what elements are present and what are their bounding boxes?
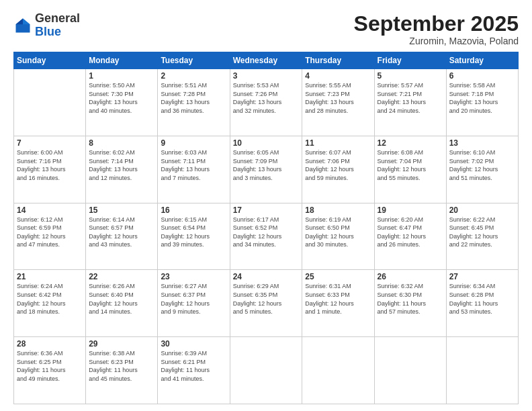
- calendar-cell: 22Sunrise: 6:26 AMSunset: 6:40 PMDayligh…: [86, 270, 158, 337]
- day-number: 21: [17, 272, 83, 281]
- calendar-cell: 6Sunrise: 5:58 AMSunset: 7:18 PMDaylight…: [446, 69, 518, 136]
- calendar-cell: 24Sunrise: 6:29 AMSunset: 6:35 PMDayligh…: [230, 270, 302, 337]
- calendar-week-2: 7Sunrise: 6:00 AMSunset: 7:16 PMDaylight…: [14, 136, 519, 203]
- subtitle: Zuromin, Mazovia, Poland: [354, 36, 519, 46]
- calendar-cell: 26Sunrise: 6:32 AMSunset: 6:30 PMDayligh…: [374, 270, 446, 337]
- month-title: September 2025: [354, 12, 519, 36]
- day-number: 9: [161, 138, 226, 148]
- day-info: Sunrise: 5:51 AMSunset: 7:28 PMDaylight:…: [161, 81, 226, 115]
- calendar-cell: 15Sunrise: 6:14 AMSunset: 6:57 PMDayligh…: [86, 203, 158, 270]
- calendar-week-4: 21Sunrise: 6:24 AMSunset: 6:42 PMDayligh…: [14, 270, 519, 337]
- day-info: Sunrise: 6:02 AMSunset: 7:14 PMDaylight:…: [89, 148, 154, 182]
- day-number: 27: [449, 272, 515, 281]
- calendar-cell: 10Sunrise: 6:05 AMSunset: 7:09 PMDayligh…: [230, 136, 302, 203]
- day-number: 28: [17, 339, 83, 349]
- calendar-cell: [302, 337, 374, 404]
- day-number: 20: [449, 205, 515, 215]
- calendar-cell: 28Sunrise: 6:36 AMSunset: 6:25 PMDayligh…: [14, 337, 86, 404]
- day-info: Sunrise: 6:34 AMSunset: 6:28 PMDaylight:…: [449, 282, 515, 316]
- calendar-body: 1Sunrise: 5:50 AMSunset: 7:30 PMDaylight…: [14, 69, 519, 404]
- day-info: Sunrise: 6:32 AMSunset: 6:30 PMDaylight:…: [378, 282, 443, 316]
- calendar-cell: [374, 337, 446, 404]
- day-info: Sunrise: 5:53 AMSunset: 7:26 PMDaylight:…: [233, 81, 300, 115]
- day-info: Sunrise: 6:12 AMSunset: 6:59 PMDaylight:…: [17, 216, 83, 249]
- calendar-cell: 8Sunrise: 6:02 AMSunset: 7:14 PMDaylight…: [86, 136, 158, 203]
- calendar-week-5: 28Sunrise: 6:36 AMSunset: 6:25 PMDayligh…: [14, 337, 519, 404]
- col-friday: Friday: [374, 52, 446, 69]
- day-info: Sunrise: 6:00 AMSunset: 7:16 PMDaylight:…: [17, 148, 83, 182]
- day-info: Sunrise: 6:08 AMSunset: 7:04 PMDaylight:…: [378, 148, 443, 182]
- day-info: Sunrise: 6:38 AMSunset: 6:23 PMDaylight:…: [89, 349, 154, 383]
- calendar-week-3: 14Sunrise: 6:12 AMSunset: 6:59 PMDayligh…: [14, 203, 519, 270]
- calendar-cell: 29Sunrise: 6:38 AMSunset: 6:23 PMDayligh…: [86, 337, 158, 404]
- col-tuesday: Tuesday: [158, 52, 230, 69]
- calendar-header: Sunday Monday Tuesday Wednesday Thursday…: [14, 52, 519, 69]
- day-number: 14: [17, 205, 83, 215]
- calendar-cell: 25Sunrise: 6:31 AMSunset: 6:33 PMDayligh…: [302, 270, 374, 337]
- calendar-cell: 18Sunrise: 6:19 AMSunset: 6:50 PMDayligh…: [302, 203, 374, 270]
- calendar-cell: 1Sunrise: 5:50 AMSunset: 7:30 PMDaylight…: [86, 69, 158, 136]
- day-number: 7: [17, 138, 83, 148]
- day-number: 15: [89, 205, 154, 215]
- calendar-cell: [446, 337, 518, 404]
- day-number: 17: [233, 205, 300, 215]
- calendar-cell: 21Sunrise: 6:24 AMSunset: 6:42 PMDayligh…: [14, 270, 86, 337]
- calendar-cell: 12Sunrise: 6:08 AMSunset: 7:04 PMDayligh…: [374, 136, 446, 203]
- calendar-cell: 19Sunrise: 6:20 AMSunset: 6:47 PMDayligh…: [374, 203, 446, 270]
- day-number: 13: [449, 138, 515, 148]
- day-number: 16: [161, 205, 226, 215]
- day-info: Sunrise: 6:36 AMSunset: 6:25 PMDaylight:…: [17, 349, 83, 383]
- day-number: 26: [378, 272, 443, 281]
- calendar-cell: 3Sunrise: 5:53 AMSunset: 7:26 PMDaylight…: [230, 69, 302, 136]
- day-number: 8: [89, 138, 154, 148]
- calendar-cell: 20Sunrise: 6:22 AMSunset: 6:45 PMDayligh…: [446, 203, 518, 270]
- calendar-cell: 4Sunrise: 5:55 AMSunset: 7:23 PMDaylight…: [302, 69, 374, 136]
- day-number: 11: [305, 138, 371, 148]
- day-number: 19: [378, 205, 443, 215]
- day-number: 2: [161, 71, 226, 81]
- col-thursday: Thursday: [302, 52, 374, 69]
- day-number: 24: [233, 272, 300, 281]
- day-number: 4: [305, 71, 371, 81]
- day-number: 6: [449, 71, 515, 81]
- day-number: 1: [89, 71, 154, 81]
- logo-general-text: General: [35, 11, 80, 25]
- calendar-cell: 9Sunrise: 6:03 AMSunset: 7:11 PMDaylight…: [158, 136, 230, 203]
- calendar-cell: 2Sunrise: 5:51 AMSunset: 7:28 PMDaylight…: [158, 69, 230, 136]
- day-number: 22: [89, 272, 154, 281]
- header: General Blue September 2025 Zuromin, Maz…: [13, 12, 519, 46]
- day-info: Sunrise: 5:57 AMSunset: 7:21 PMDaylight:…: [378, 81, 443, 115]
- calendar-cell: 16Sunrise: 6:15 AMSunset: 6:54 PMDayligh…: [158, 203, 230, 270]
- calendar-cell: [230, 337, 302, 404]
- day-info: Sunrise: 6:24 AMSunset: 6:42 PMDaylight:…: [17, 282, 83, 316]
- day-info: Sunrise: 6:26 AMSunset: 6:40 PMDaylight:…: [89, 282, 154, 316]
- logo: General Blue: [13, 12, 80, 39]
- title-block: September 2025 Zuromin, Mazovia, Poland: [354, 12, 519, 46]
- day-info: Sunrise: 6:17 AMSunset: 6:52 PMDaylight:…: [233, 216, 300, 249]
- logo-icon: [13, 16, 32, 35]
- day-number: 29: [89, 339, 154, 349]
- calendar-cell: 17Sunrise: 6:17 AMSunset: 6:52 PMDayligh…: [230, 203, 302, 270]
- calendar-cell: 5Sunrise: 5:57 AMSunset: 7:21 PMDaylight…: [374, 69, 446, 136]
- page: General Blue September 2025 Zuromin, Maz…: [0, 0, 532, 411]
- day-number: 3: [233, 71, 300, 81]
- day-info: Sunrise: 6:39 AMSunset: 6:21 PMDaylight:…: [161, 349, 226, 383]
- logo-blue-text: Blue: [35, 25, 61, 38]
- day-info: Sunrise: 6:20 AMSunset: 6:47 PMDaylight:…: [378, 216, 443, 249]
- calendar-week-1: 1Sunrise: 5:50 AMSunset: 7:30 PMDaylight…: [14, 69, 519, 136]
- day-info: Sunrise: 6:19 AMSunset: 6:50 PMDaylight:…: [305, 216, 371, 249]
- svg-marker-2: [16, 18, 24, 24]
- day-number: 23: [161, 272, 226, 281]
- calendar-cell: 23Sunrise: 6:27 AMSunset: 6:37 PMDayligh…: [158, 270, 230, 337]
- day-info: Sunrise: 6:03 AMSunset: 7:11 PMDaylight:…: [161, 148, 226, 182]
- col-sunday: Sunday: [14, 52, 86, 69]
- day-info: Sunrise: 5:50 AMSunset: 7:30 PMDaylight:…: [89, 81, 154, 115]
- calendar-cell: [14, 69, 86, 136]
- day-info: Sunrise: 5:55 AMSunset: 7:23 PMDaylight:…: [305, 81, 371, 115]
- day-info: Sunrise: 6:14 AMSunset: 6:57 PMDaylight:…: [89, 216, 154, 249]
- day-number: 25: [305, 272, 371, 281]
- day-info: Sunrise: 6:10 AMSunset: 7:02 PMDaylight:…: [449, 148, 515, 182]
- day-info: Sunrise: 6:29 AMSunset: 6:35 PMDaylight:…: [233, 282, 300, 316]
- calendar-cell: 13Sunrise: 6:10 AMSunset: 7:02 PMDayligh…: [446, 136, 518, 203]
- day-info: Sunrise: 6:27 AMSunset: 6:37 PMDaylight:…: [161, 282, 226, 316]
